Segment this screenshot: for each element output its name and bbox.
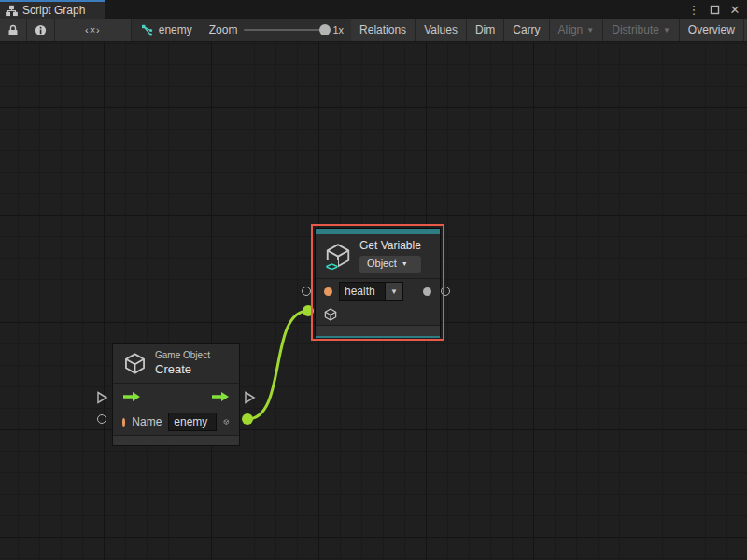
flow-output-port[interactable] xyxy=(244,391,256,408)
info-button[interactable] xyxy=(27,19,55,41)
name-input[interactable] xyxy=(168,413,217,431)
script-graph-window: Script Graph ⋮ ✕ ‹×› xyxy=(0,0,747,560)
graph-hierarchy-icon xyxy=(6,5,18,17)
node-get-variable[interactable]: <> Get Variable Object ▼ ▼ xyxy=(315,228,441,337)
variable-object-row xyxy=(316,304,440,325)
name-port-dot[interactable] xyxy=(122,418,125,427)
graph-canvas[interactable]: Game Object Create Name xyxy=(0,42,747,560)
create-flow-row xyxy=(113,384,239,410)
flow-out-arrow-icon[interactable] xyxy=(211,391,230,402)
flow-input-port[interactable] xyxy=(96,391,108,408)
graph-toolbar: ‹×› enemy Zoom 1x Relations Values Dim xyxy=(0,19,747,42)
code-brackets-glyph: <> xyxy=(325,260,338,273)
distribute-label: Distribute xyxy=(612,23,659,36)
maximize-icon[interactable] xyxy=(706,1,723,18)
object-input-cube-icon[interactable] xyxy=(323,307,338,322)
flow-in-arrow-icon[interactable] xyxy=(122,391,141,402)
dim-button[interactable]: Dim xyxy=(467,19,504,41)
create-node-footer xyxy=(113,435,239,445)
lock-icon xyxy=(7,24,19,36)
gameobject-output-cube-icon[interactable] xyxy=(223,413,230,430)
get-variable-header: <> Get Variable Object ▼ xyxy=(316,234,440,278)
name-label: Name xyxy=(132,415,162,428)
graph-breadcrumb[interactable]: enemy xyxy=(132,19,202,41)
zoom-label: Zoom xyxy=(209,23,238,36)
values-button[interactable]: Values xyxy=(416,19,467,41)
zoom-slider[interactable] xyxy=(244,29,326,31)
overview-button[interactable]: Overview xyxy=(680,19,744,41)
code-view-button[interactable]: ‹×› xyxy=(55,19,132,41)
create-node-header: Game Object Create xyxy=(113,344,239,383)
get-variable-footer xyxy=(316,325,440,336)
lock-button[interactable] xyxy=(0,19,27,41)
distribute-dropdown[interactable]: Distribute ▼ xyxy=(603,19,680,41)
window-controls: ⋮ ✕ xyxy=(685,0,743,19)
align-dropdown[interactable]: Align ▼ xyxy=(550,19,604,41)
variable-object-icon: <> xyxy=(324,242,352,270)
node-create-game-object[interactable]: Game Object Create Name xyxy=(112,343,240,446)
info-icon xyxy=(35,24,47,36)
variable-name-input[interactable] xyxy=(339,282,386,301)
tab-title: Script Graph xyxy=(22,4,85,17)
title-bar: Script Graph ⋮ ✕ xyxy=(0,0,747,19)
variable-name-dropdown[interactable]: ▼ xyxy=(386,282,403,301)
chevron-down-icon: ▼ xyxy=(586,26,594,35)
menu-icon[interactable]: ⋮ xyxy=(685,1,702,18)
variable-kind-dropdown[interactable]: Object ▼ xyxy=(359,256,421,273)
relations-button[interactable]: Relations xyxy=(351,19,416,41)
get-variable-title: Get Variable xyxy=(359,239,421,253)
name-input-port[interactable] xyxy=(97,414,106,424)
game-object-cube-icon xyxy=(122,351,148,376)
create-node-subtitle: Game Object xyxy=(155,350,210,362)
wire-start-dot xyxy=(242,413,253,425)
variable-value-port-dot[interactable] xyxy=(423,287,431,296)
zoom-control: Zoom 1x xyxy=(202,19,351,41)
carry-button[interactable]: Carry xyxy=(504,19,549,41)
chevron-down-icon: ▼ xyxy=(663,26,670,35)
create-node-title: Create xyxy=(155,362,210,377)
close-icon[interactable]: ✕ xyxy=(726,1,743,18)
chevron-down-icon: ▼ xyxy=(402,260,408,269)
graph-network-icon xyxy=(141,24,154,36)
code-icon: ‹×› xyxy=(85,24,101,35)
tab-script-graph[interactable]: Script Graph xyxy=(0,0,105,19)
chevron-down-icon: ▼ xyxy=(390,287,398,296)
breadcrumb-label: enemy xyxy=(159,23,192,36)
variable-name-port-dot[interactable] xyxy=(324,287,332,296)
variable-name-outer-port[interactable] xyxy=(302,287,311,296)
variable-name-row: ▼ xyxy=(316,279,440,304)
zoom-value: 1x xyxy=(332,24,344,35)
create-name-row: Name xyxy=(113,410,239,435)
variable-color-strip-bottom xyxy=(316,336,440,338)
variable-kind-label: Object xyxy=(367,258,397,271)
align-label: Align xyxy=(558,23,584,36)
zoom-slider-handle[interactable] xyxy=(319,24,331,35)
